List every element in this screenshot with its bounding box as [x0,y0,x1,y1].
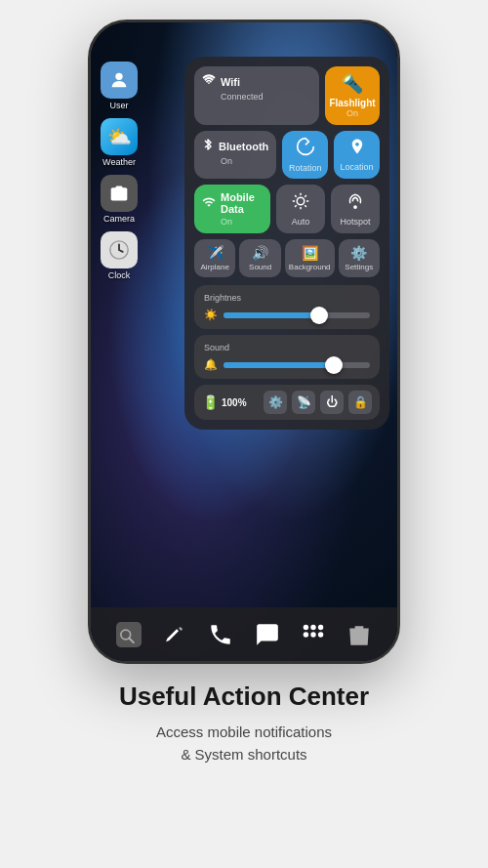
background-label: Background [289,263,331,271]
rotation-tile[interactable]: Rotation [282,131,328,179]
wifi-tile[interactable]: Wifi Connected [194,66,319,125]
airplane-button[interactable]: ✈️ Airplane [194,239,235,277]
svg-point-16 [304,624,308,629]
phone-dock [91,607,397,661]
mobile-data-label: Mobile Data [221,191,263,215]
brightness-label: Brightnes [204,293,370,303]
page-title: Useful Action Center [119,682,369,712]
battery-indicator: 🔋 100% [202,394,259,410]
phone-frame: User ⛅ Weather Camera Clock [88,20,400,664]
app-clock-label: Clock [108,270,131,280]
svg-point-2 [208,82,210,84]
dock-apps-icon[interactable] [296,617,331,652]
sound-button[interactable]: 🔊 Sound [239,239,280,277]
cc-four-buttons: ✈️ Airplane 🔊 Sound 🖼️ Background ⚙️ Set… [194,239,380,277]
brightness-section: Brightnes ☀️ [194,285,380,329]
svg-point-12 [354,205,356,207]
rotation-label: Rotation [289,163,322,173]
app-weather-label: Weather [102,157,136,167]
location-label: Location [341,162,374,172]
settings-quick-btn[interactable]: ⚙️ [264,391,287,414]
hotspot-label: Hotspot [340,217,370,227]
sound-wave-icon: 🔔 [204,358,218,371]
hotspot-tile[interactable]: Hotspot [331,185,380,233]
airplane-label: Airplane [201,263,229,271]
svg-point-20 [310,632,315,637]
bluetooth-icon [202,138,214,154]
hotspot-icon [346,192,364,214]
app-weather[interactable]: ⛅ Weather [101,118,138,167]
location-tile[interactable]: Location [334,131,380,179]
svg-point-21 [318,632,323,637]
wifi-label: Wifi [221,76,240,88]
lock-quick-btn[interactable]: 🔒 [348,391,372,414]
brightness-icon: ☀️ [204,309,218,321]
svg-line-7 [305,205,306,207]
dock-finder-icon[interactable] [111,617,146,652]
power-quick-btn[interactable]: ⏻ [320,391,344,414]
dock-phone-icon[interactable] [203,617,238,652]
sound-track[interactable] [224,362,370,368]
cc-row-1: Wifi Connected 🔦 Flashlight On [194,66,380,125]
flashlight-label: Flashlight [329,98,375,108]
location-icon [348,138,366,159]
svg-point-19 [304,632,308,637]
battery-percentage: 100% [222,397,247,408]
app-icons-column: User ⛅ Weather Camera Clock [101,62,138,280]
airplane-icon: ✈️ [207,245,224,261]
control-center-panel: Wifi Connected 🔦 Flashlight On [184,57,389,430]
wifi-status: Connected [202,92,311,102]
auto-label: Auto [292,217,310,227]
sound-label: Sound [249,263,271,271]
cc-row-2: Bluetooth On Rotation Location [194,131,380,179]
rotation-icon [296,137,315,160]
svg-line-6 [295,195,297,197]
background-button[interactable]: 🖼️ Background [285,239,335,277]
dock-messages-icon[interactable] [250,617,285,652]
brightness-track[interactable] [224,312,370,318]
background-icon: 🖼️ [302,245,318,261]
flashlight-tile[interactable]: 🔦 Flashlight On [325,66,380,125]
flashlight-status: On [346,108,358,118]
page-description: Access mobile notifications& System shor… [119,722,369,765]
bluetooth-tile[interactable]: Bluetooth On [194,131,276,179]
dock-pen-icon[interactable] [157,617,192,652]
svg-rect-13 [116,622,142,647]
svg-point-0 [115,73,122,80]
svg-line-11 [305,195,306,197]
settings-button[interactable]: ⚙️ Settings [339,239,380,277]
app-clock[interactable]: Clock [101,231,138,280]
svg-line-10 [295,205,297,207]
wifi-icon [202,73,216,90]
auto-icon [292,192,309,214]
app-user-label: User [109,101,128,110]
bottom-text-section: Useful Action Center Access mobile notif… [80,682,408,765]
auto-tile[interactable]: Auto [276,185,325,233]
sound-section: Sound 🔔 [194,335,380,379]
app-camera[interactable]: Camera [101,175,138,224]
app-user[interactable]: User [101,62,138,110]
mobile-data-status: On [202,217,263,227]
settings-icon: ⚙️ [350,245,367,261]
mobile-data-tile[interactable]: Mobile Data On [194,185,270,233]
cc-bottom-bar: 🔋 100% ⚙️ 📡 ⏻ 🔒 [194,385,380,420]
sound-slider-label: Sound [204,343,370,352]
battery-charging-icon: 🔋 [202,394,219,410]
share-quick-btn[interactable]: 📡 [292,391,315,414]
bluetooth-label: Bluetooth [219,141,268,152]
phone-mockup: User ⛅ Weather Camera Clock [88,20,400,664]
bluetooth-status: On [202,156,268,166]
svg-point-17 [310,624,315,629]
dock-trash-icon[interactable] [342,617,377,652]
app-camera-label: Camera [103,214,135,224]
svg-point-18 [318,624,323,629]
settings-label: Settings [345,263,373,271]
cc-row-3: Mobile Data On Auto Hotspot [194,185,380,233]
sound-icon: 🔊 [252,245,268,261]
mobile-data-icon [202,195,216,212]
svg-point-3 [297,197,305,205]
